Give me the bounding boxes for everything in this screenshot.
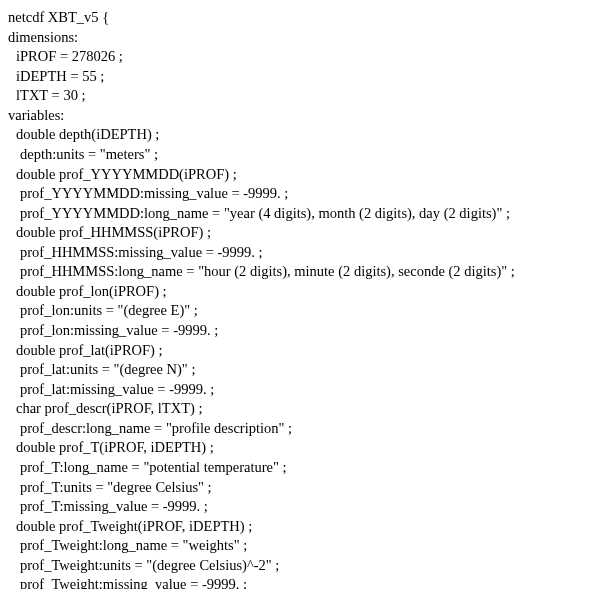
variables-header: variables: [8,106,594,126]
var-descr-decl: char prof_descr(iPROF, lTXT) ; [8,399,594,419]
var-hhmmss-decl: double prof_HHMMSS(iPROF) ; [8,223,594,243]
var-lon-units: prof_lon:units = "(degree E)" ; [8,301,594,321]
var-lat-decl: double prof_lat(iPROF) ; [8,341,594,361]
var-tweight-long: prof_Tweight:long_name = "weights" ; [8,536,594,556]
var-lat-missing: prof_lat:missing_value = -9999. ; [8,380,594,400]
var-lon-missing: prof_lon:missing_value = -9999. ; [8,321,594,341]
dim-ltxt: lTXT = 30 ; [8,86,594,106]
dimensions-header: dimensions: [8,28,594,48]
var-t-units: prof_T:units = "degree Celsius" ; [8,478,594,498]
var-hhmmss-missing: prof_HHMMSS:missing_value = -9999. ; [8,243,594,263]
var-lon-decl: double prof_lon(iPROF) ; [8,282,594,302]
var-tweight-missing: prof_Tweight:missing_value = -9999. ; [8,575,594,589]
var-depth-decl: double depth(iDEPTH) ; [8,125,594,145]
var-tweight-decl: double prof_Tweight(iPROF, iDEPTH) ; [8,517,594,537]
var-depth-units: depth:units = "meters" ; [8,145,594,165]
var-yyyymmdd-long: prof_YYYYMMDD:long_name = "year (4 digit… [8,204,594,224]
dim-iprof: iPROF = 278026 ; [8,47,594,67]
var-lat-units: prof_lat:units = "(degree N)" ; [8,360,594,380]
netcdf-dump-block: netcdf XBT_v5 { dimensions: iPROF = 2780… [0,0,602,589]
netcdf-open-line: netcdf XBT_v5 { [8,8,594,28]
var-yyyymmdd-decl: double prof_YYYYMMDD(iPROF) ; [8,165,594,185]
var-yyyymmdd-missing: prof_YYYYMMDD:missing_value = -9999. ; [8,184,594,204]
var-t-long: prof_T:long_name = "potential temperatur… [8,458,594,478]
dim-idepth: iDEPTH = 55 ; [8,67,594,87]
var-hhmmss-long: prof_HHMMSS:long_name = "hour (2 digits)… [8,262,594,282]
var-t-missing: prof_T:missing_value = -9999. ; [8,497,594,517]
var-descr-long: prof_descr:long_name = "profile descript… [8,419,594,439]
var-t-decl: double prof_T(iPROF, iDEPTH) ; [8,438,594,458]
var-tweight-units: prof_Tweight:units = "(degree Celsius)^-… [8,556,594,576]
